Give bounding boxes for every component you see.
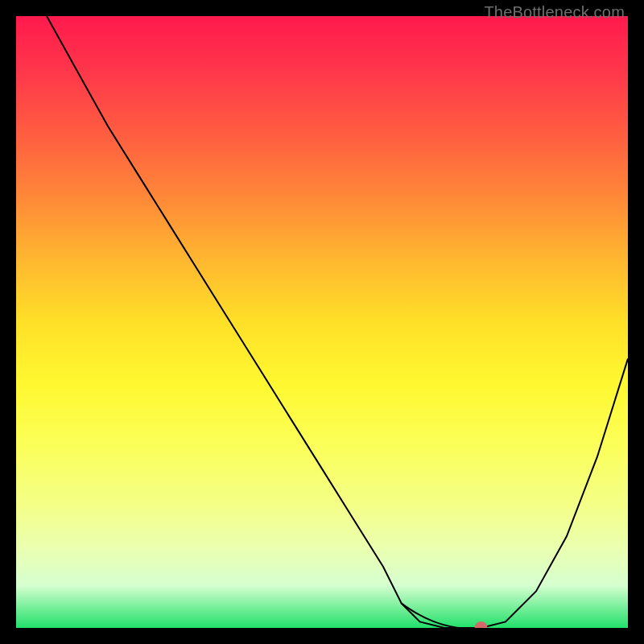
watermark: TheBottleneck.com xyxy=(484,3,625,22)
bottleneck-gradient-plot xyxy=(16,16,628,628)
